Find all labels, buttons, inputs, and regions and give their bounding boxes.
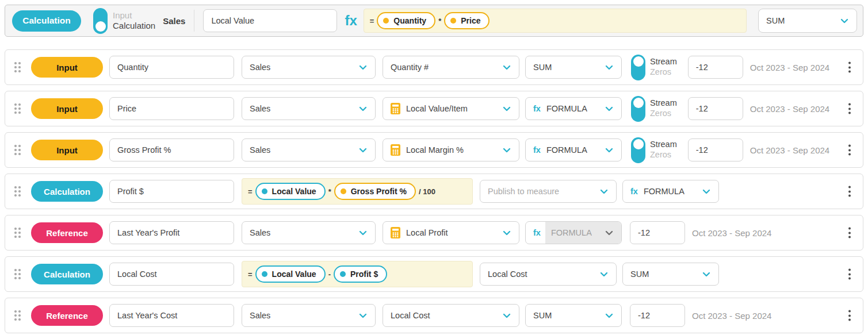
chevron-down-icon: [359, 313, 367, 318]
dimension-dropdown[interactable]: Sales: [242, 56, 376, 79]
publish-to-measure-dropdown[interactable]: Publish to measure: [480, 180, 617, 203]
measure-value: Local Value/Item: [406, 104, 468, 113]
row-menu-kebab-icon[interactable]: [846, 225, 853, 241]
toggle-knob[interactable]: [633, 98, 644, 108]
chevron-down-icon: [503, 230, 511, 236]
row-type-badge[interactable]: Reference: [31, 305, 103, 326]
aggregation-dropdown[interactable]: SUM: [525, 304, 622, 327]
row-menu-kebab-icon[interactable]: [846, 267, 853, 282]
formula-operator: / 100: [419, 187, 435, 196]
measure-dropdown[interactable]: Local Value/Item: [383, 97, 519, 120]
measure-dropdown[interactable]: Local Margin %: [383, 138, 519, 161]
formula-token-profit[interactable]: Profit $: [334, 265, 387, 283]
formula-token-gross-profit[interactable]: Gross Profit %: [334, 183, 416, 200]
offset-input[interactable]: [688, 138, 743, 161]
measure-dropdown[interactable]: Local Profit: [383, 221, 519, 244]
dimension-value: Sales: [250, 104, 270, 113]
row-menu-kebab-icon[interactable]: [846, 60, 853, 75]
toggle-option-calculation: Calculation: [113, 21, 155, 31]
header-type-badge[interactable]: Calculation: [12, 10, 81, 32]
fx-icon: fx: [533, 104, 541, 113]
aggregation-dropdown[interactable]: SUM: [525, 56, 622, 79]
aggregation-value: FORMULA: [546, 104, 587, 113]
aggregation-dropdown[interactable]: fx FORMULA: [622, 180, 719, 203]
calculation-header-card: Calculation Input Calculation Sales fx =…: [5, 5, 863, 37]
header-aggregation-dropdown[interactable]: SUM: [758, 9, 857, 33]
drag-handle-icon[interactable]: [14, 269, 21, 279]
drag-handle-icon[interactable]: [14, 228, 21, 238]
header-formula-bar[interactable]: = Quantity * Price: [364, 9, 747, 33]
input-calculation-toggle-labels: Input Calculation: [113, 10, 155, 32]
offset-input[interactable]: [630, 221, 685, 244]
row-menu-kebab-icon[interactable]: [846, 101, 853, 117]
row-menu-kebab-icon[interactable]: [846, 184, 853, 199]
row-type-badge[interactable]: Reference: [31, 222, 103, 243]
measure-dropdown[interactable]: Local Cost: [383, 304, 519, 327]
row-formula-bar[interactable]: = Local Value * Gross Profit % / 100: [242, 178, 473, 205]
drag-handle-icon[interactable]: [14, 103, 21, 114]
input-calculation-toggle[interactable]: [93, 8, 108, 34]
row-menu-kebab-icon[interactable]: [846, 143, 853, 158]
chevron-down-icon: [702, 189, 710, 194]
toggle-knob[interactable]: [633, 139, 644, 149]
row-type-badge[interactable]: Input: [31, 98, 103, 119]
row-type-badge[interactable]: Calculation: [31, 264, 103, 284]
offset-input[interactable]: [688, 97, 743, 120]
row-type-badge[interactable]: Input: [31, 140, 103, 160]
offset-input[interactable]: [630, 304, 685, 327]
row-input-gross-profit: Input Sales Local Margin % fx FORMULA St…: [5, 132, 863, 168]
row-name-input[interactable]: [109, 97, 234, 120]
chevron-down-icon: [600, 272, 608, 277]
fx-icon: fx: [345, 13, 357, 29]
aggregation-dropdown[interactable]: fx FORMULA: [525, 138, 622, 161]
toggle-option-stream: Stream: [650, 57, 677, 67]
stream-zeros-toggle[interactable]: [631, 96, 645, 122]
measure-dropdown[interactable]: Quantity #: [383, 56, 519, 79]
row-menu-kebab-icon[interactable]: [846, 308, 853, 324]
row-type-badge[interactable]: Input: [31, 57, 103, 78]
chevron-down-icon: [605, 65, 613, 70]
row-name-input[interactable]: [109, 138, 234, 161]
row-type-badge[interactable]: Calculation: [31, 181, 103, 202]
formula-token-local-value[interactable]: Local Value: [255, 265, 326, 283]
row-name-input[interactable]: [109, 304, 234, 327]
row-name-input[interactable]: [109, 263, 234, 286]
chevron-down-icon: [359, 65, 367, 70]
toggle-knob[interactable]: [95, 21, 106, 32]
formula-operator: *: [438, 17, 441, 25]
chevron-down-icon: [503, 148, 511, 153]
header-dimension-label: Sales: [163, 16, 185, 26]
chevron-down-icon: [605, 313, 613, 318]
row-name-input[interactable]: [109, 56, 234, 79]
dimension-dropdown[interactable]: Sales: [242, 221, 376, 244]
chevron-down-icon: [503, 313, 511, 318]
dimension-dropdown[interactable]: Sales: [242, 97, 376, 120]
equals-sign: =: [248, 270, 253, 279]
drag-handle-icon[interactable]: [14, 62, 21, 72]
toggle-option-input: Input: [113, 10, 155, 21]
stream-zeros-toggle[interactable]: [631, 55, 645, 80]
formula-token-price[interactable]: Price: [444, 12, 490, 29]
row-formula-bar[interactable]: = Local Value - Profit $: [242, 261, 473, 287]
formula-token-local-value[interactable]: Local Value: [255, 183, 326, 200]
drag-handle-icon[interactable]: [14, 145, 21, 155]
dimension-dropdown[interactable]: Sales: [242, 138, 376, 161]
drag-handle-icon[interactable]: [14, 186, 21, 197]
drag-handle-icon[interactable]: [14, 310, 21, 321]
aggregation-dropdown[interactable]: SUM: [622, 263, 719, 286]
toggle-knob[interactable]: [633, 56, 644, 67]
publish-to-measure-dropdown[interactable]: Local Cost: [480, 263, 617, 286]
formula-token-quantity[interactable]: Quantity: [377, 12, 435, 29]
stream-zeros-toggle[interactable]: [631, 137, 645, 163]
row-name-input[interactable]: [109, 180, 234, 203]
period-range-label: Oct 2023 - Sep 2024: [750, 145, 829, 155]
header-name-input[interactable]: [203, 9, 337, 32]
measure-dot-icon: [341, 188, 346, 194]
aggregation-value: FORMULA: [546, 145, 587, 155]
calculator-icon: [391, 227, 400, 238]
offset-input[interactable]: [688, 56, 743, 79]
equals-sign: =: [248, 187, 253, 196]
row-name-input[interactable]: [109, 221, 234, 244]
aggregation-dropdown[interactable]: fx FORMULA: [525, 97, 622, 120]
dimension-dropdown[interactable]: Sales: [242, 304, 376, 327]
